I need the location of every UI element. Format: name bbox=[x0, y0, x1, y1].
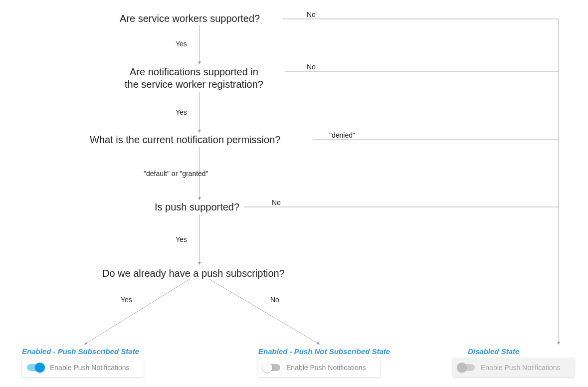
switch-on-icon bbox=[27, 364, 44, 371]
toggle-card-enabled-subscribed[interactable]: Enable Push Notifications bbox=[22, 358, 144, 377]
toggle-label-enabled-not-subscribed: Enable Push Notifications bbox=[286, 364, 366, 372]
switch-off-icon bbox=[263, 364, 280, 371]
question-notifications-line2: the service worker registration? bbox=[125, 79, 263, 90]
label-q5-no: No bbox=[270, 296, 279, 304]
toggle-label-disabled: Enable Push Notifications bbox=[481, 364, 561, 372]
state-title-enabled-subscribed: Enabled - Push Subscribed State bbox=[22, 347, 139, 356]
label-q4-yes: Yes bbox=[176, 235, 187, 243]
label-q3-pass: "default" or "granted" bbox=[144, 170, 208, 178]
label-q3-denied: "denied" bbox=[329, 131, 355, 139]
toggle-card-disabled: Enable Push Notifications bbox=[453, 358, 575, 377]
toggle-label-enabled-subscribed: Enable Push Notifications bbox=[50, 364, 130, 372]
label-q2-no: No bbox=[307, 63, 316, 71]
question-permission: What is the current notification permiss… bbox=[90, 134, 280, 146]
switch-disabled-icon bbox=[458, 364, 475, 371]
flowchart-arrows bbox=[0, 0, 588, 387]
label-q4-no: No bbox=[272, 198, 281, 206]
arrow-q5-yes bbox=[85, 279, 190, 344]
question-push-supported: Is push supported? bbox=[155, 201, 239, 213]
question-service-workers: Are service workers supported? bbox=[120, 12, 260, 25]
label-q5-yes: Yes bbox=[121, 296, 132, 304]
state-title-disabled: Disabled State bbox=[468, 347, 519, 356]
question-have-subscription: Do we already have a push subscription? bbox=[102, 267, 285, 280]
label-q1-no: No bbox=[307, 10, 316, 18]
state-title-enabled-not-subscribed: Enabled - Push Not Subscribed State bbox=[258, 347, 390, 356]
label-q1-yes: Yes bbox=[176, 40, 187, 48]
arrow-q5-no bbox=[209, 279, 319, 344]
question-notifications-line1: Are notifications supported in bbox=[130, 66, 258, 77]
question-notifications-supported: Are notifications supported in the servi… bbox=[125, 66, 263, 91]
label-q2-yes: Yes bbox=[176, 108, 187, 116]
toggle-card-enabled-not-subscribed[interactable]: Enable Push Notifications bbox=[258, 358, 380, 377]
